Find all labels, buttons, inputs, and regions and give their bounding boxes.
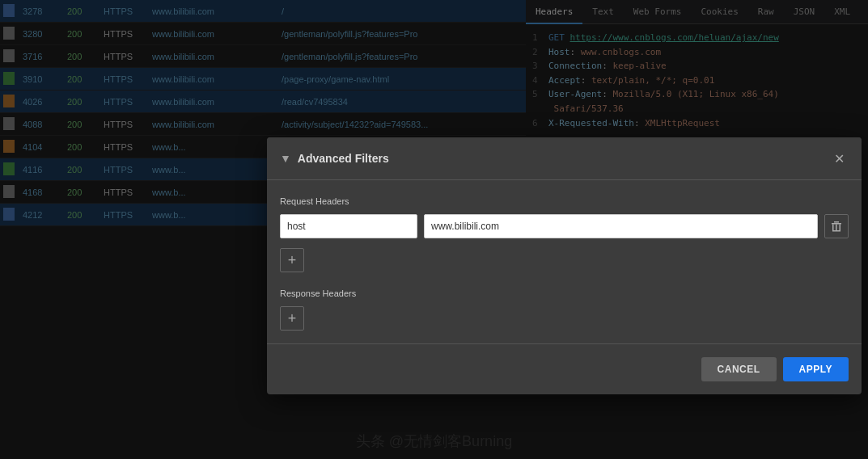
svg-rect-3 [840, 225, 841, 231]
modal-footer: CANCEL APPLY [267, 343, 862, 394]
response-headers-label: Response Headers [280, 288, 849, 298]
request-headers-label: Request Headers [280, 196, 849, 206]
request-header-filter-row [280, 214, 849, 238]
modal-title: Advanced Filters [298, 152, 829, 165]
add-response-header-button[interactable]: + [280, 306, 304, 331]
modal-header: ▼ Advanced Filters ✕ [267, 137, 862, 180]
svg-rect-5 [836, 225, 837, 231]
filter-icon: ▼ [280, 152, 291, 165]
apply-button[interactable]: APPLY [783, 357, 849, 381]
svg-rect-1 [834, 221, 839, 223]
request-header-value-input[interactable] [424, 214, 818, 238]
svg-rect-0 [832, 223, 841, 225]
add-request-header-button[interactable]: + [280, 248, 304, 272]
delete-filter-button[interactable] [824, 214, 849, 238]
advanced-filters-modal: ▼ Advanced Filters ✕ Request Headers + R… [267, 137, 862, 394]
modal-body: Request Headers + Response Headers + [267, 180, 862, 343]
modal-close-button[interactable]: ✕ [829, 149, 849, 168]
request-header-key-input[interactable] [280, 214, 417, 238]
cancel-button[interactable]: CANCEL [701, 357, 777, 381]
svg-rect-2 [832, 225, 834, 231]
